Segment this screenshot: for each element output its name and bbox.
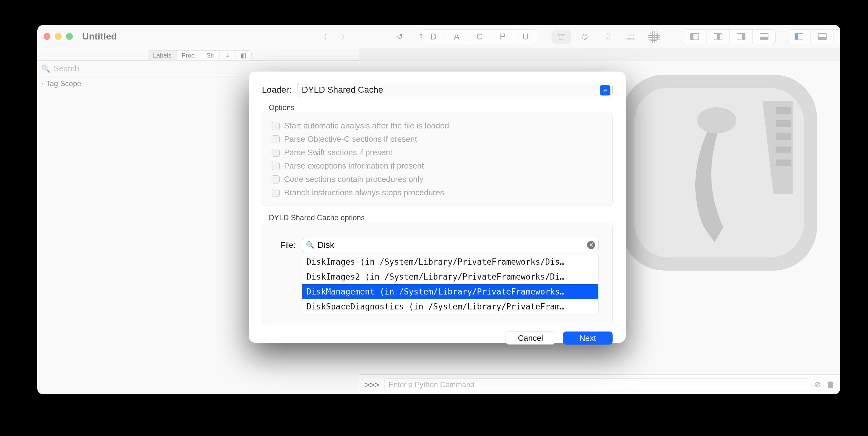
graph-icon: ⌬ <box>582 32 588 41</box>
back-button[interactable]: 〈 <box>314 30 333 44</box>
tool-mini-3[interactable]: moreviews <box>621 30 640 44</box>
file-item[interactable]: DiskManagement (in /System/Library/Priva… <box>302 284 598 299</box>
chevron-right-icon: › <box>42 81 43 87</box>
mini-text-icon: if(b)f(x); <box>605 33 611 40</box>
panel-bottom-icon <box>760 33 769 40</box>
dyld-options-group: File: 🔍 Disk ✕ DiskImages (in /System/Li… <box>262 223 613 324</box>
file-item[interactable]: DiskImages2 (in /System/Library/PrivateF… <box>302 269 598 284</box>
panel-center-icon <box>714 33 722 40</box>
mode-p[interactable]: P <box>491 30 514 44</box>
layout-segment <box>683 29 776 44</box>
tag-icon: ◧ <box>241 52 246 59</box>
tool-mini-2[interactable]: if(b)f(x); <box>598 30 617 44</box>
opt-parse-objc[interactable]: Parse Objective-C sections if present <box>272 134 603 144</box>
loader-value: DYLD Shared Cache <box>302 85 383 95</box>
checkbox-icon <box>272 176 280 184</box>
undo-button[interactable]: ↺ <box>391 30 409 44</box>
clear-console-icon[interactable]: ⊘ <box>814 380 821 390</box>
checkbox-icon <box>272 162 280 170</box>
tab-labels[interactable]: Labels <box>148 51 177 60</box>
opt-code-procedures[interactable]: Code sections contain procedures only <box>272 175 603 184</box>
forward-button[interactable]: 〉 <box>335 30 354 44</box>
zoom-window-icon[interactable] <box>66 33 73 40</box>
layout-left[interactable] <box>683 30 706 44</box>
cancel-button[interactable]: Cancel <box>505 332 555 345</box>
options-group: Start automatic analysis after the file … <box>262 113 613 206</box>
console-placeholder: Enter a Python Command <box>389 380 474 389</box>
tab-extra[interactable]: ◧ <box>235 51 251 60</box>
panel-left-icon <box>690 33 699 40</box>
sidebar-tabs-row: Labels Proc. Str ☆ ◧ <box>37 48 359 61</box>
checkbox-icon <box>272 122 280 130</box>
checkbox-icon <box>272 135 280 143</box>
chevron-left-icon: 〈 <box>320 32 327 42</box>
tab-star[interactable]: ☆ <box>219 51 235 60</box>
minimize-window-icon[interactable] <box>55 33 62 40</box>
undo-icon: ↺ <box>397 32 403 41</box>
file-label: File: <box>280 240 296 250</box>
close-window-icon[interactable] <box>43 33 51 40</box>
file-item[interactable]: DiskImages (in /System/Library/PrivateFr… <box>302 254 598 269</box>
opt-branch-stops[interactable]: Branch instructions always stops procedu… <box>272 188 603 197</box>
window-title: Untitled <box>82 31 117 42</box>
svg-rect-2 <box>776 107 791 114</box>
layout-center[interactable] <box>706 30 729 44</box>
console-input[interactable]: Enter a Python Command <box>384 378 809 391</box>
trash-icon[interactable]: 🗑 <box>827 380 835 390</box>
opt-parse-exceptions[interactable]: Parse exceptions information if present <box>272 161 603 171</box>
panel-left-icon <box>795 33 803 40</box>
current-layout-segment <box>787 29 840 44</box>
tool-cfg[interactable]: ⌬ <box>575 30 594 44</box>
loader-label: Loader: <box>262 85 291 95</box>
mini-text-icon: movadd <box>558 33 565 40</box>
mode-u[interactable]: U <box>514 30 537 44</box>
svg-rect-3 <box>776 120 791 127</box>
tab-str[interactable]: Str <box>201 51 219 60</box>
mode-a[interactable]: A <box>445 30 468 44</box>
updown-icon: ▴▾ <box>600 85 611 95</box>
search-icon: 🔍 <box>306 241 314 249</box>
curlayout-left[interactable] <box>787 30 810 44</box>
mini-text-icon: moreviews <box>626 33 635 40</box>
file-search-value: Disk <box>317 240 334 250</box>
console-prompt: >>> <box>365 380 379 390</box>
chevron-right-icon: 〉 <box>341 32 348 42</box>
dyld-options-title: DYLD Shared Cache options <box>269 213 613 222</box>
sidebar-tabs: Labels Proc. Str ☆ ◧ <box>148 51 252 60</box>
app-logo <box>610 64 828 281</box>
opt-parse-swift[interactable]: Parse Swift sections if present <box>272 148 603 157</box>
panel-bottom-icon <box>818 33 827 40</box>
tab-proc[interactable]: Proc. <box>177 51 201 60</box>
panel-right-icon <box>737 33 745 40</box>
clear-icon[interactable]: ✕ <box>587 241 595 249</box>
layout-right[interactable] <box>729 30 752 44</box>
traffic-lights <box>43 33 73 40</box>
checkbox-icon <box>272 149 280 157</box>
file-item[interactable]: DiskSpaceDiagnostics (in /System/Library… <box>302 299 598 314</box>
loader-dialog: Loader: DYLD Shared Cache ▴▾ Options Sta… <box>249 71 626 343</box>
loader-select[interactable]: DYLD Shared Cache ▴▾ <box>297 83 613 97</box>
search-icon: 🔍 <box>41 64 51 73</box>
opt-auto-analysis[interactable]: Start automatic analysis after the file … <box>272 121 603 131</box>
file-list: DiskImages (in /System/Library/PrivateFr… <box>302 254 598 314</box>
toolbar-nav: 〈 〉 <box>314 25 354 48</box>
file-search-input[interactable]: 🔍 Disk ✕ <box>302 238 598 252</box>
options-title: Options <box>269 103 613 112</box>
next-button[interactable]: Next <box>563 332 613 345</box>
curlayout-bottom[interactable] <box>810 30 834 44</box>
mode-c[interactable]: C <box>468 30 491 44</box>
svg-rect-4 <box>776 133 791 140</box>
svg-rect-6 <box>776 159 791 166</box>
layout-bottom[interactable] <box>752 30 775 44</box>
tool-chip[interactable] <box>644 30 663 44</box>
mode-d[interactable]: D <box>422 30 445 44</box>
tree-item-label: Tag Scope <box>46 79 81 88</box>
checkbox-icon <box>272 189 280 197</box>
chip-icon <box>650 33 658 41</box>
star-icon: ☆ <box>225 52 230 59</box>
tool-mini-1[interactable]: movadd <box>552 30 571 44</box>
titlebar: Untitled 〈 〉 ↺ ↻ D A C P U movadd <box>37 25 840 48</box>
curlayout-center[interactable] <box>834 30 840 44</box>
mode-segment: D A C P U <box>422 29 537 44</box>
hopper-logo-icon <box>610 64 828 281</box>
